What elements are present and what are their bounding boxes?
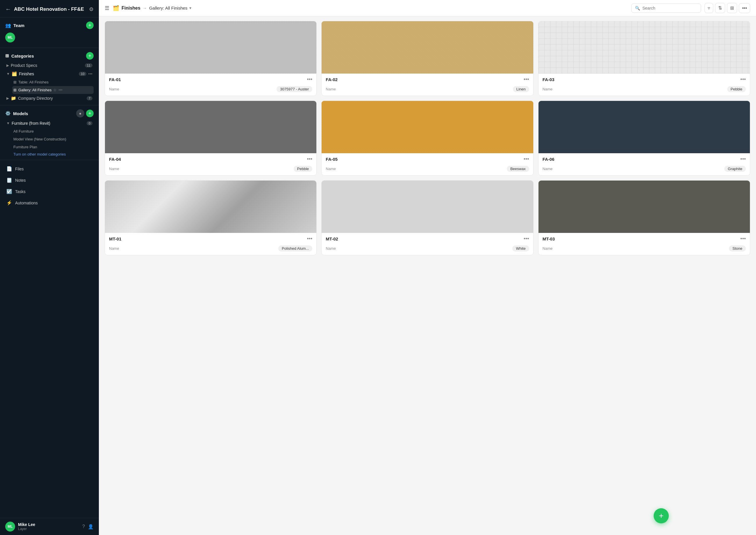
- card-more-button-FA-05[interactable]: •••: [524, 156, 529, 162]
- card-more-button-FA-04[interactable]: •••: [307, 156, 312, 162]
- gallery-card[interactable]: FA-02 ••• Name Linen: [321, 21, 533, 96]
- avatar[interactable]: ML: [5, 33, 15, 42]
- user-settings-button[interactable]: 👤: [88, 524, 94, 529]
- card-value-MT-01: Polished Alum...: [278, 245, 312, 251]
- categories-header: ⊞ Categories +: [5, 52, 94, 60]
- card-field-label-FA-04: Name: [109, 167, 119, 171]
- card-title-FA-02: FA-02: [326, 77, 338, 82]
- settings-button[interactable]: ⚙: [89, 6, 94, 13]
- chevron-down-icon: ▼: [6, 72, 10, 76]
- turn-on-model-categories-link[interactable]: Turn on other model categories: [5, 151, 94, 157]
- sidebar-item-finishes[interactable]: ▼ 🗂️ Finishes 10 •••: [5, 70, 94, 78]
- card-meta-FA-03: Name Pebble: [539, 85, 750, 96]
- card-more-button-FA-06[interactable]: •••: [740, 156, 746, 162]
- sidebar-item-model-view[interactable]: Model View (New Construction): [12, 135, 94, 143]
- gallery-card[interactable]: FA-04 ••• Name Pebble: [105, 100, 317, 176]
- user-role: Layer: [18, 527, 79, 531]
- models-expand-button[interactable]: ●: [76, 109, 84, 118]
- sidebar-item-files[interactable]: 📄 Files: [5, 163, 94, 175]
- gallery-card[interactable]: FA-05 ••• Name Beeswax: [321, 100, 533, 176]
- models-actions: ● +: [76, 109, 94, 118]
- view-toggle-button[interactable]: ⊞: [727, 3, 737, 13]
- user-footer: ML Mike Lee Layer ? 👤: [0, 518, 99, 535]
- help-button[interactable]: ?: [82, 524, 85, 529]
- sidebar-item-all-furniture[interactable]: All Furniture: [12, 127, 94, 135]
- finishes-label: Finishes: [19, 71, 77, 76]
- card-field-label-MT-02: Name: [326, 246, 336, 251]
- user-name: Mike Lee: [18, 522, 79, 527]
- model-view-label: Model View (New Construction): [14, 137, 66, 141]
- main-content: ☰ 🗂️ Finishes → Gallery: All Finishes ▼ …: [99, 0, 756, 535]
- back-button[interactable]: ←: [5, 6, 11, 13]
- sidebar: ← ABC Hotel Renovation - FF&E ⚙ 👥 Team +…: [0, 0, 99, 535]
- card-more-button-MT-02[interactable]: •••: [524, 236, 529, 242]
- card-value-FA-01: 3075977 - Auster: [276, 86, 312, 92]
- sidebar-item-furniture-plan[interactable]: Furniture Plan: [12, 143, 94, 151]
- notes-label: Notes: [15, 178, 26, 183]
- card-image-FA-03: [539, 21, 750, 73]
- gallery-card[interactable]: FA-01 ••• Name 3075977 - Auster: [105, 21, 317, 96]
- star-icon: ☆: [53, 88, 57, 92]
- card-title-MT-02: MT-02: [326, 237, 338, 241]
- sort-button[interactable]: ⇅: [715, 3, 725, 13]
- sidebar-item-product-specs[interactable]: ▶ Product Specs 11: [5, 61, 94, 70]
- card-field-label-MT-01: Name: [109, 246, 119, 251]
- automations-label: Automations: [15, 201, 38, 205]
- card-more-button-FA-03[interactable]: •••: [740, 76, 746, 83]
- gallery-card[interactable]: MT-03 ••• Name Stone: [538, 180, 750, 255]
- card-footer-FA-05: FA-05 •••: [322, 153, 533, 165]
- finishes-sub-items: ⊞ Table: All Finishes ⊞ Gallery: All Fin…: [5, 78, 94, 94]
- card-footer-MT-03: MT-03 •••: [539, 233, 750, 245]
- gallery-card[interactable]: MT-02 ••• Name White: [321, 180, 533, 255]
- files-label: Files: [15, 167, 24, 171]
- card-footer-FA-02: FA-02 •••: [322, 73, 533, 85]
- sidebar-item-gallery-all-finishes[interactable]: ⊞ Gallery: All Finishes ☆ •••: [12, 86, 94, 94]
- project-title: ABC Hotel Renovation - FF&E: [14, 6, 84, 12]
- add-category-button[interactable]: +: [86, 52, 94, 60]
- search-box: 🔍: [631, 4, 701, 13]
- sidebar-item-table-all-finishes[interactable]: ⊞ Table: All Finishes: [12, 78, 94, 86]
- gallery-card[interactable]: MT-01 ••• Name Polished Alum...: [105, 180, 317, 255]
- menu-button[interactable]: ☰: [105, 5, 109, 11]
- sidebar-item-notes[interactable]: 🗒️ Notes: [5, 175, 94, 186]
- finishes-more-button[interactable]: •••: [88, 71, 93, 76]
- gallery-card[interactable]: FA-03 ••• Name Pebble: [538, 21, 750, 96]
- card-image-FA-02: [322, 21, 533, 73]
- team-section: 👥 Team + ML: [0, 17, 99, 46]
- footer-actions: ? 👤: [82, 524, 94, 529]
- files-icon: 📄: [6, 166, 12, 172]
- sidebar-item-furniture-from-revit[interactable]: ▼ Furniture (from Revit) 0: [5, 119, 94, 127]
- gallery-card[interactable]: FA-06 ••• Name Graphite: [538, 100, 750, 176]
- add-model-button[interactable]: +: [86, 110, 94, 117]
- sidebar-item-company-directory[interactable]: ▶ 📁 Company Directory 7: [5, 94, 94, 103]
- categories-icon: ⊞: [5, 53, 9, 58]
- search-input[interactable]: [642, 6, 697, 11]
- gallery-breadcrumb-label[interactable]: Gallery: All Finishes ▼: [149, 6, 192, 11]
- card-title-MT-03: MT-03: [543, 237, 555, 241]
- models-header: ⚙️ Models ● +: [5, 109, 94, 118]
- nav-items: 📄 Files 🗒️ Notes ☑️ Tasks ⚡ Automations: [0, 161, 99, 210]
- card-image-MT-02: [322, 181, 533, 233]
- card-more-button-FA-01[interactable]: •••: [307, 76, 312, 83]
- card-value-FA-02: Linen: [513, 86, 529, 92]
- sidebar-item-automations[interactable]: ⚡ Automations: [5, 197, 94, 209]
- sidebar-item-tasks[interactable]: ☑️ Tasks: [5, 186, 94, 197]
- user-info: Mike Lee Layer: [18, 522, 79, 531]
- furniture-from-revit-badge: 0: [87, 121, 93, 125]
- breadcrumb: 🗂️ Finishes → Gallery: All Finishes ▼: [113, 5, 192, 11]
- finishes-breadcrumb-label[interactable]: Finishes: [122, 6, 140, 11]
- topbar: ☰ 🗂️ Finishes → Gallery: All Finishes ▼ …: [99, 0, 756, 16]
- card-field-label-FA-01: Name: [109, 87, 119, 91]
- filter-button[interactable]: ▿: [705, 3, 713, 13]
- card-field-label-FA-02: Name: [326, 87, 336, 91]
- team-label: Team: [14, 23, 24, 28]
- card-more-button-MT-03[interactable]: •••: [740, 236, 746, 242]
- card-more-button-FA-02[interactable]: •••: [524, 76, 529, 83]
- more-options-button[interactable]: •••: [739, 3, 750, 13]
- card-more-button-MT-01[interactable]: •••: [307, 236, 312, 242]
- add-fab-button[interactable]: +: [654, 508, 669, 523]
- furniture-sub-items: All Furniture Model View (New Constructi…: [5, 127, 94, 151]
- product-specs-label: Product Specs: [11, 63, 83, 68]
- add-team-button[interactable]: +: [86, 21, 94, 29]
- gallery-more-button[interactable]: •••: [58, 88, 63, 92]
